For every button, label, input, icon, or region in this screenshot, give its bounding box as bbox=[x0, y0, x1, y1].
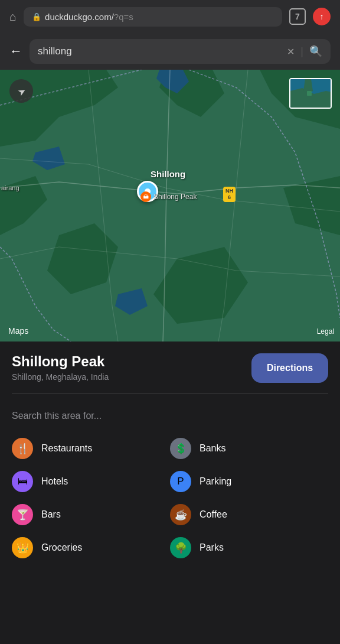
map-thumbnail[interactable] bbox=[289, 78, 332, 109]
search-input-wrap[interactable]: shillong ✕ | 🔍 bbox=[30, 39, 331, 64]
category-item-bars[interactable]: 🍸 Bars bbox=[12, 498, 170, 531]
peak-text: Shillong Peak bbox=[153, 193, 197, 201]
legal-link[interactable]: Legal bbox=[317, 327, 334, 336]
hotels-label: Hotels bbox=[41, 476, 68, 487]
search-query: shillong bbox=[38, 45, 72, 57]
nh-badge: NH 6 bbox=[223, 187, 236, 202]
browser-bar: ⌂ 🔒 duckduckgo.com/?q=s 7 ↑ bbox=[0, 0, 340, 33]
compass-button[interactable]: ➤ bbox=[9, 79, 33, 103]
maps-text: Maps bbox=[8, 326, 28, 336]
category-item-coffee[interactable]: ☕ Coffee bbox=[170, 498, 328, 531]
search-icons: ✕ | 🔍 bbox=[287, 45, 322, 58]
shillong-label: Shillong bbox=[151, 169, 185, 179]
map-attribution: Maps bbox=[6, 326, 28, 336]
peak-icon: 🏔 bbox=[140, 191, 151, 202]
clear-icon[interactable]: ✕ bbox=[287, 46, 295, 57]
search-bar: ← shillong ✕ | 🔍 bbox=[0, 33, 340, 70]
airang-label: airang bbox=[1, 184, 19, 191]
restaurants-label: Restaurants bbox=[41, 443, 92, 454]
bars-label: Bars bbox=[41, 509, 61, 520]
directions-button[interactable]: Directions bbox=[251, 353, 328, 383]
bars-icon: 🍸 bbox=[12, 504, 33, 525]
coffee-label: Coffee bbox=[200, 509, 227, 520]
svg-rect-2 bbox=[307, 91, 312, 96]
category-item-hotels[interactable]: 🛏 Hotels bbox=[12, 465, 170, 498]
place-name: Shillong Peak bbox=[12, 353, 109, 370]
groceries-label: Groceries bbox=[41, 542, 82, 553]
upload-button[interactable]: ↑ bbox=[313, 8, 331, 25]
parks-label: Parks bbox=[200, 542, 224, 553]
groceries-icon: 👑 bbox=[12, 537, 33, 558]
coffee-icon: ☕ bbox=[170, 504, 191, 525]
parks-icon: 🌳 bbox=[170, 537, 191, 558]
parking-label: Parking bbox=[200, 476, 231, 487]
place-subtitle: Shillong, Meghalaya, India bbox=[12, 372, 109, 382]
search-area-title: Search this area for... bbox=[12, 411, 328, 421]
url-bar[interactable]: 🔒 duckduckgo.com/?q=s bbox=[24, 7, 282, 27]
banks-label: Banks bbox=[200, 443, 225, 454]
restaurants-icon: 🍴 bbox=[12, 438, 33, 459]
category-item-groceries[interactable]: 👑 Groceries bbox=[12, 531, 170, 564]
hotels-icon: 🛏 bbox=[12, 471, 33, 492]
shillong-peak-label[interactable]: 🏔 Shillong Peak bbox=[140, 191, 197, 202]
category-item-parks[interactable]: 🌳 Parks bbox=[170, 531, 328, 564]
divider bbox=[12, 393, 328, 394]
parking-icon: P bbox=[170, 471, 191, 492]
category-grid: 🍴 Restaurants 💲 Banks 🛏 Hotels P Parking… bbox=[12, 432, 328, 564]
category-item-banks[interactable]: 💲 Banks bbox=[170, 432, 328, 465]
info-panel: Shillong Peak Shillong, Meghalaya, India… bbox=[0, 341, 340, 411]
home-icon[interactable]: ⌂ bbox=[9, 10, 17, 24]
category-item-parking[interactable]: P Parking bbox=[170, 465, 328, 498]
tab-count-badge[interactable]: 7 bbox=[289, 8, 306, 25]
category-item-restaurants[interactable]: 🍴 Restaurants bbox=[12, 432, 170, 465]
lock-icon: 🔒 bbox=[32, 12, 41, 21]
map-container[interactable]: ➤ Shillong 🏔 Shillong Peak NH 6 airang bbox=[0, 70, 340, 341]
banks-icon: 💲 bbox=[170, 438, 191, 459]
back-button[interactable]: ← bbox=[9, 44, 22, 59]
url-text: duckduckgo.com/?q=s bbox=[45, 12, 133, 22]
search-area: Search this area for... 🍴 Restaurants 💲 … bbox=[0, 411, 340, 576]
search-icon[interactable]: 🔍 bbox=[309, 45, 322, 58]
